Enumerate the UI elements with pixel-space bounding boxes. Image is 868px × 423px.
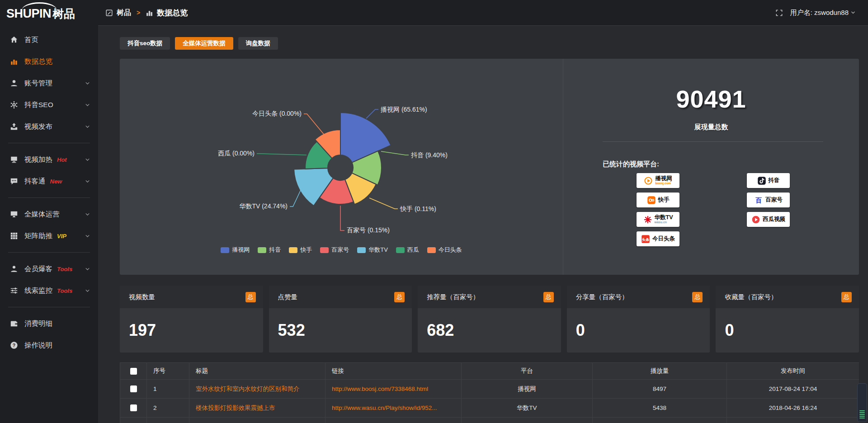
stat-card-value: 682: [427, 321, 454, 340]
platform-badge-百家号[interactable]: 百百家号: [747, 193, 790, 207]
column-header-平台: 平台: [462, 363, 593, 380]
sidebar-item-tag: Tools: [57, 287, 72, 294]
sidebar-item-矩阵助推[interactable]: 矩阵助推VIP: [0, 225, 98, 247]
platform-badge-华数TV[interactable]: 华数TVwasu.cn: [637, 212, 679, 227]
sidebar-item-label: 视频加热: [24, 155, 52, 164]
platform-badge-抖音[interactable]: 抖音: [747, 173, 790, 188]
svg-text:百: 百: [755, 197, 762, 204]
table-row-partial: [120, 418, 859, 423]
sidebar-item-数据总览[interactable]: 数据总览: [0, 51, 98, 72]
rose-pie-chart[interactable]: 播视网 (65.61%)抖音 (9.40%)快手 (0.11%)百家号 (0.1…: [120, 59, 563, 275]
tab-全媒体运营数据[interactable]: 全媒体运营数据: [175, 37, 233, 50]
sidebar-item-操作说明[interactable]: ?操作说明: [0, 334, 98, 356]
cell-empty: [120, 418, 147, 423]
sidebar-item-会员爆客[interactable]: 会员爆客Tools: [0, 258, 98, 280]
sidebar-item-tag: Tools: [57, 266, 72, 273]
platform-badge-播视网[interactable]: 播视网boosj.com: [637, 173, 679, 188]
pie-slice-播视网[interactable]: [340, 113, 391, 163]
row-checkbox-cell: [120, 380, 147, 399]
gear-icon: [10, 101, 18, 109]
breadcrumb-root[interactable]: 树品: [117, 8, 131, 18]
legend-item-抖音[interactable]: 抖音: [258, 246, 281, 254]
legend-item-华数TV[interactable]: 华数TV: [357, 246, 388, 254]
overview-chart-card: 播视网 (65.61%)抖音 (9.40%)快手 (0.11%)百家号 (0.1…: [120, 59, 859, 275]
platform-badge-西瓜视频[interactable]: 西瓜视频: [747, 212, 790, 227]
total-badge[interactable]: 总: [543, 292, 554, 302]
brand-logo[interactable]: SHUPIN树品: [0, 0, 98, 29]
menu-divider: [8, 143, 90, 143]
legend-label: 抖音: [269, 246, 281, 254]
cell-empty: [462, 418, 593, 423]
xigua-logo: [751, 215, 760, 224]
legend-item-百家号[interactable]: 百家号: [320, 246, 349, 254]
tab-抖音seo数据[interactable]: 抖音seo数据: [120, 37, 170, 50]
floating-widget[interactable]: [857, 383, 867, 422]
video-title-link[interactable]: 室外水纹灯和室内水纹灯的区别和简介: [196, 385, 300, 392]
total-badge[interactable]: 总: [394, 292, 405, 302]
video-url-link[interactable]: http://www.boosj.com/7338468.html: [332, 385, 428, 392]
stat-card-body: 0: [716, 308, 859, 352]
legend-item-快手[interactable]: 快手: [289, 246, 312, 254]
menu-divider: [8, 307, 90, 307]
username-menu[interactable]: 用户名: zswodun88: [790, 9, 856, 17]
fullscreen-icon[interactable]: [775, 9, 783, 17]
sidebar-item-全媒体运营[interactable]: 全媒体运营: [0, 203, 98, 225]
user-icon: [10, 79, 18, 87]
legend-item-今日头条[interactable]: 今日头条: [427, 246, 462, 254]
total-badge[interactable]: 总: [245, 292, 256, 302]
chevron-down-icon: [84, 80, 91, 87]
platform-sub: wasu.cn: [655, 221, 673, 224]
total-impressions-value: 90491: [563, 85, 859, 113]
total-badge[interactable]: 总: [841, 292, 852, 302]
main-content: 抖音seo数据全媒体运营数据询盘数据 播视网 (65.61%)抖音 (9.40%…: [98, 26, 868, 423]
platforms-label: 已统计的视频平台:: [603, 160, 659, 169]
row-checkbox[interactable]: [130, 385, 137, 392]
stat-card-header: 推荐量（百家号）总: [418, 286, 561, 308]
legend-swatch: [357, 247, 366, 253]
platform-name: 今日头条: [652, 236, 675, 242]
platform-badge-快手[interactable]: 快手: [637, 193, 679, 207]
sidebar-item-抖客通[interactable]: 抖客通New: [0, 170, 98, 192]
pie-label-抖音: 抖音 (9.40%): [411, 151, 448, 159]
select-all-checkbox[interactable]: [130, 368, 137, 375]
platform-badge-今日头条[interactable]: 头条今日头条: [637, 231, 679, 246]
sidebar-item-首页[interactable]: 首页: [0, 29, 98, 51]
sidebar-item-线索监控[interactable]: 线索监控Tools: [0, 280, 98, 301]
legend-swatch: [427, 247, 436, 253]
legend-label: 快手: [300, 246, 312, 254]
sidebar-item-账号管理[interactable]: 账号管理: [0, 72, 98, 94]
pie-label-line: [304, 114, 324, 135]
platform-name: 抖音: [769, 178, 780, 183]
total-badge[interactable]: 总: [692, 292, 703, 302]
cell-published: 2018-04-26 16:24: [727, 399, 859, 418]
chevron-down-icon: [84, 211, 91, 218]
legend-item-播视网[interactable]: 播视网: [221, 246, 250, 254]
cell-plays: 8497: [593, 380, 727, 399]
sidebar-item-抖音SEO[interactable]: 抖音SEO: [0, 94, 98, 116]
legend-item-西瓜[interactable]: 西瓜: [396, 246, 419, 254]
cell-empty: [727, 418, 859, 423]
pie-chart-area: 播视网 (65.61%)抖音 (9.40%)快手 (0.11%)百家号 (0.1…: [120, 59, 563, 275]
pie-label-西瓜: 西瓜 (0.00%): [218, 150, 255, 157]
platform-sub: boosj.com: [655, 182, 672, 185]
sidebar-item-视频加热[interactable]: 视频加热Hot: [0, 149, 98, 170]
platform-name: 播视网: [655, 176, 672, 182]
sidebar-item-tag: VIP: [57, 233, 66, 240]
member-icon: [10, 265, 18, 273]
legend-swatch: [320, 247, 329, 253]
video-title-link[interactable]: 楼体投影灯投影效果震撼上市: [196, 404, 275, 411]
grid-icon: [10, 232, 18, 240]
tab-询盘数据[interactable]: 询盘数据: [238, 37, 278, 50]
platform-name: 快手: [658, 197, 670, 203]
sidebar-item-消费明细[interactable]: 消费明细: [0, 313, 98, 334]
video-url-link[interactable]: http://www.wasu.cn/Play/show/id/952...: [332, 404, 437, 411]
svg-text:?: ?: [13, 343, 15, 348]
sidebar-item-视频发布[interactable]: 视频发布: [0, 116, 98, 137]
pie-label-播视网: 播视网 (65.61%): [380, 106, 427, 113]
sidebar-menu: 首页数据总览账号管理抖音SEO视频发布视频加热Hot抖客通New全媒体运营矩阵助…: [0, 29, 98, 356]
help-icon: ?: [10, 341, 18, 349]
video-table: 序号标题链接平台播放量发布时间 1室外水纹灯和室内水纹灯的区别和简介http:/…: [120, 362, 859, 423]
data-tabs: 抖音seo数据全媒体运营数据询盘数据: [120, 37, 278, 50]
row-checkbox[interactable]: [130, 404, 137, 411]
stat-card-header: 点赞量总: [269, 286, 412, 308]
